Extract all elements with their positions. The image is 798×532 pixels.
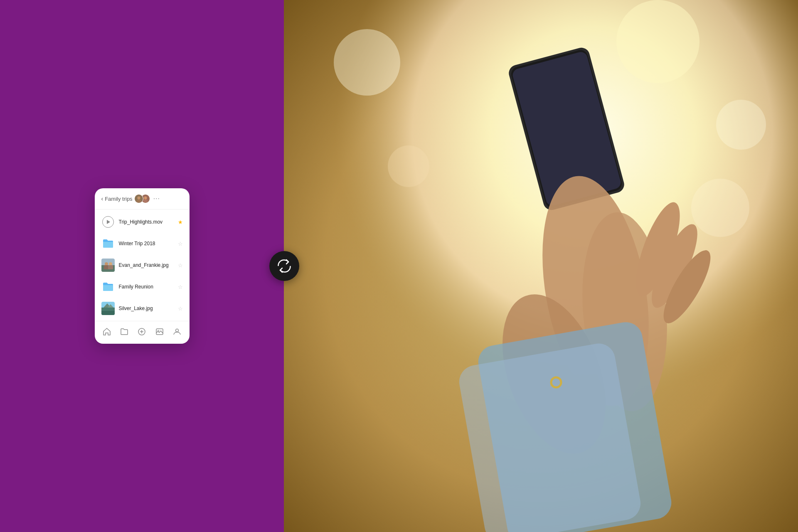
svg-point-9 — [109, 262, 112, 266]
file-name: Trip_Highlights.mov — [119, 219, 174, 225]
mobile-card: ‹ Family trips — [95, 188, 190, 344]
folder-icon — [101, 280, 115, 293]
svg-point-36 — [616, 0, 699, 83]
svg-point-20 — [176, 329, 179, 332]
svg-point-8 — [105, 262, 108, 266]
file-name: Silver_Lake.jpg — [119, 305, 174, 311]
svg-point-35 — [334, 29, 400, 96]
list-item[interactable]: Evan_and_Frankie.jpg ☆ — [95, 254, 190, 276]
star-icon[interactable]: ☆ — [178, 241, 183, 247]
svg-point-5 — [143, 200, 148, 202]
header-avatars — [134, 194, 150, 203]
svg-point-37 — [716, 100, 766, 150]
image-thumbnail — [101, 259, 115, 272]
left-panel: ‹ Family trips — [0, 0, 284, 532]
star-icon[interactable]: ★ — [178, 219, 183, 225]
image-thumbnail — [101, 302, 115, 315]
star-icon[interactable]: ☆ — [178, 262, 183, 268]
svg-rect-33 — [457, 341, 643, 532]
star-icon[interactable]: ☆ — [178, 305, 183, 312]
bottom-nav — [95, 321, 190, 344]
header-title: Family trips — [105, 196, 132, 202]
image-nav-icon[interactable] — [154, 326, 165, 339]
sync-button[interactable] — [269, 251, 299, 281]
svg-point-1 — [137, 197, 140, 200]
file-name: Family Reunion — [119, 284, 174, 290]
card-header: ‹ Family trips — [95, 188, 190, 209]
list-item[interactable]: Silver_Lake.jpg ☆ — [95, 298, 190, 319]
list-item[interactable]: Winter Trip 2018 ☆ — [95, 233, 190, 254]
svg-rect-14 — [101, 311, 115, 315]
file-name: Evan_and_Frankie.jpg — [119, 262, 174, 268]
svg-point-38 — [388, 145, 429, 187]
video-icon — [101, 215, 115, 229]
file-list: Trip_Highlights.mov ★ Winter Trip 2018 ☆ — [95, 209, 190, 321]
svg-point-4 — [144, 197, 147, 200]
person-nav-icon[interactable] — [172, 326, 182, 339]
home-icon[interactable] — [101, 326, 112, 339]
svg-rect-11 — [108, 265, 113, 269]
list-item[interactable]: Trip_Highlights.mov ★ — [95, 211, 190, 233]
back-button[interactable]: ‹ Family trips — [101, 195, 133, 202]
background-photo — [284, 0, 798, 532]
svg-point-39 — [691, 179, 749, 237]
folder-icon — [101, 237, 115, 250]
more-options-button[interactable]: ··· — [153, 195, 160, 202]
add-icon[interactable] — [136, 326, 147, 339]
back-chevron-icon: ‹ — [101, 195, 103, 202]
folder-nav-icon[interactable] — [119, 326, 130, 339]
right-panel — [284, 0, 798, 532]
list-item[interactable]: Family Reunion ☆ — [95, 276, 190, 298]
sync-icon — [277, 259, 292, 273]
avatar-1 — [134, 194, 143, 203]
svg-point-2 — [136, 200, 141, 202]
star-icon[interactable]: ☆ — [178, 284, 183, 290]
file-name: Winter Trip 2018 — [119, 241, 174, 246]
